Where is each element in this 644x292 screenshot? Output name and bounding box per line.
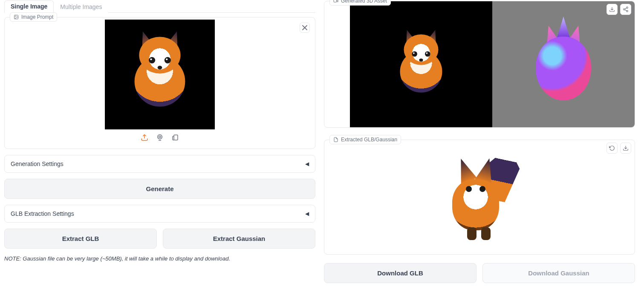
gaussian-note: NOTE: Gaussian file can be very large (~… <box>4 255 315 262</box>
generated-asset-viewer[interactable] <box>324 1 635 127</box>
video-icon <box>333 0 338 3</box>
share-icon <box>623 6 629 12</box>
generate-button[interactable]: Generate <box>4 179 315 199</box>
extracted-glb-label: Extracted GLB/Gaussian <box>329 135 401 144</box>
webcam-icon <box>156 134 164 141</box>
svg-line-12 <box>625 10 627 11</box>
extracted-fox-mesh <box>441 150 518 244</box>
download-icon <box>609 6 615 12</box>
input-tabs: Single Image Multiple Images <box>4 0 315 13</box>
download-glb-button[interactable]: Download GLB <box>324 263 477 283</box>
download-gaussian-button[interactable]: Download Gaussian <box>482 263 635 283</box>
tab-single-image[interactable]: Single Image <box>4 0 54 13</box>
svg-line-11 <box>625 8 627 9</box>
generation-settings-label: Generation Settings <box>11 160 64 167</box>
clear-image-button[interactable] <box>300 23 310 33</box>
glb-extraction-settings-accordion[interactable]: GLB Extraction Settings ◀ <box>4 205 315 223</box>
svg-point-3 <box>158 135 162 139</box>
svg-point-1 <box>15 16 16 17</box>
generated-asset-label: Generated 3D Asset <box>329 0 391 6</box>
generated-asset-panel: Generated 3D Asset <box>324 1 635 128</box>
share-asset-button[interactable] <box>620 4 631 15</box>
svg-point-10 <box>627 10 628 12</box>
svg-rect-6 <box>334 0 337 2</box>
image-icon <box>14 14 19 20</box>
close-icon <box>300 23 309 32</box>
extracted-glb-panel: Extracted GLB/Gaussian <box>324 140 635 255</box>
input-image-preview[interactable] <box>105 20 215 129</box>
collapse-icon: ◀ <box>305 211 309 217</box>
svg-point-9 <box>624 9 625 10</box>
extract-gaussian-button[interactable]: Extract Gaussian <box>163 229 315 249</box>
tab-multiple-images[interactable]: Multiple Images <box>54 1 108 13</box>
clipboard-icon <box>171 134 179 141</box>
image-prompt-label: Image Prompt <box>10 12 57 22</box>
download-asset-button[interactable] <box>606 4 618 15</box>
reset-view-button[interactable] <box>606 143 618 154</box>
fox-character-image <box>125 29 194 116</box>
extract-glb-button[interactable]: Extract GLB <box>4 229 157 249</box>
file-icon <box>333 137 338 142</box>
generated-asset-label-text: Generated 3D Asset <box>341 0 387 4</box>
download-extracted-button[interactable] <box>620 143 631 154</box>
generation-settings-accordion[interactable]: Generation Settings ◀ <box>4 155 315 173</box>
download-icon <box>623 145 629 151</box>
svg-point-4 <box>159 136 161 138</box>
svg-rect-5 <box>174 135 178 140</box>
extracted-glb-label-text: Extracted GLB/Gaussian <box>341 137 397 143</box>
upload-button[interactable] <box>141 134 148 143</box>
svg-point-8 <box>627 7 628 9</box>
paste-button[interactable] <box>171 134 179 143</box>
webcam-button[interactable] <box>156 134 164 143</box>
rendered-fox-textured <box>393 28 450 101</box>
rendered-fox-normals <box>529 22 598 107</box>
collapse-icon: ◀ <box>305 161 309 167</box>
undo-icon <box>609 145 615 151</box>
glb-extraction-settings-label: GLB Extraction Settings <box>11 210 74 217</box>
image-prompt-label-text: Image Prompt <box>21 14 53 20</box>
upload-icon <box>141 134 148 141</box>
image-prompt-panel: Image Prompt <box>4 17 315 149</box>
extracted-glb-viewer[interactable] <box>441 150 518 244</box>
